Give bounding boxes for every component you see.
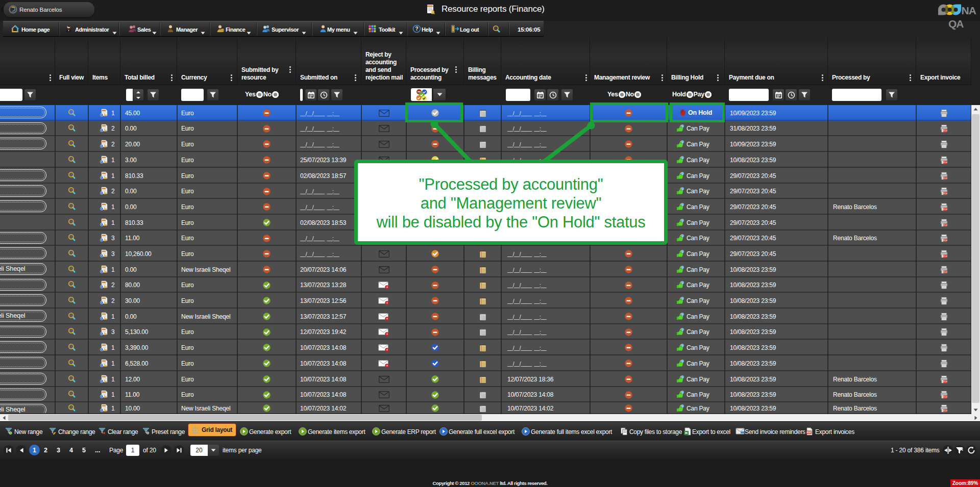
svg-text:PDF: PDF	[943, 396, 947, 398]
svg-text:PDF: PDF	[943, 254, 947, 257]
svg-text:PDF: PDF	[943, 380, 947, 382]
svg-text:PDF: PDF	[943, 208, 947, 210]
svg-text:PDF: PDF	[943, 176, 947, 179]
svg-text:PDF: PDF	[943, 130, 947, 132]
svg-text:PDF: PDF	[943, 161, 947, 163]
svg-text:NA: NA	[962, 5, 976, 16]
svg-text:PDF: PDF	[943, 270, 947, 273]
svg-text:PDF: PDF	[943, 223, 947, 226]
svg-text:QA: QA	[948, 18, 964, 30]
svg-text:PDF: PDF	[943, 239, 947, 242]
svg-text:PDF: PDF	[943, 192, 947, 195]
svg-text:PDF: PDF	[806, 431, 811, 434]
svg-text:PDF: PDF	[943, 409, 947, 412]
svg-text:?: ?	[415, 26, 418, 32]
